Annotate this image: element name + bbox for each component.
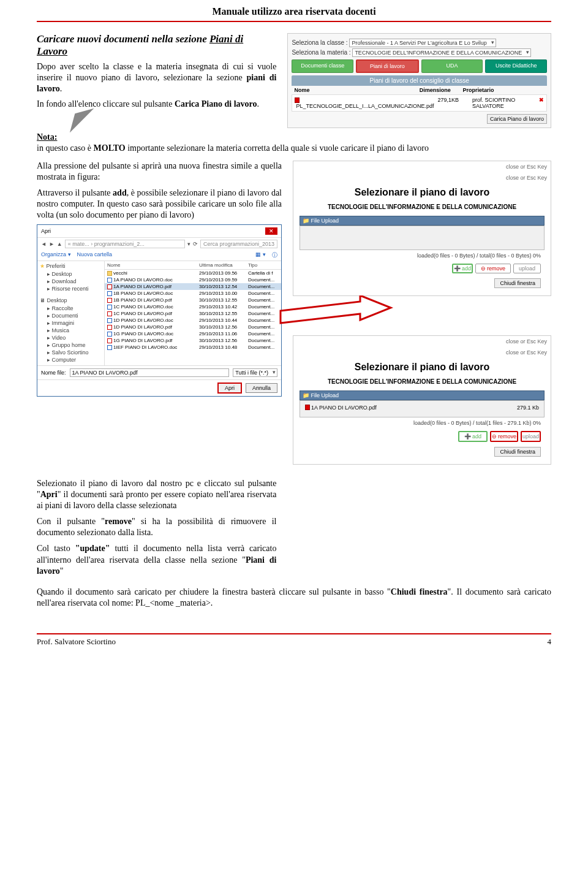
file-upload-bar: 📁 File Upload [300, 216, 545, 226]
table-title: Piani di lavoro del consiglio di classe [292, 75, 547, 86]
list-item[interactable]: 1D PIANO DI LAVORO.pdf30/10/2013 12.56Do… [105, 324, 281, 330]
list-item[interactable]: 1D PIANO DI LAVORO.doc29/10/2013 10.44Do… [105, 317, 281, 324]
file-upload-bar: 📁 File Upload [300, 390, 545, 400]
para-2a: In fondo all'elenco cliccare sul pulsant… [37, 99, 175, 108]
list-item[interactable]: 1G PIANO DI LAVORO.doc29/10/2013 11.06Do… [105, 330, 281, 337]
file-icon [107, 271, 112, 276]
add-button[interactable]: ➕ add [452, 264, 473, 273]
list-item[interactable]: vecchi29/10/2013 09.56Cartella di f [105, 270, 281, 276]
close-hint[interactable]: close or Esc Key [506, 164, 547, 170]
nota-c: importante selezionare la materia corret… [126, 143, 429, 153]
p8a: Quando il documento sarà caricato per ch… [37, 587, 391, 596]
view-icon[interactable]: ▦ ▾ [255, 251, 266, 259]
pdf-icon [295, 97, 300, 103]
add-label: add [472, 433, 481, 440]
organizza-menu[interactable]: Organizza ▾ [41, 251, 71, 259]
close-hint[interactable]: close or Esc Key [506, 338, 547, 345]
sidebar-item[interactable]: ▸ Immagini [40, 319, 102, 327]
filter-select[interactable]: Tutti i file (*.*) [233, 368, 277, 377]
para-2c: . [257, 99, 260, 108]
sidebar-item[interactable]: ▸ Computer [40, 356, 102, 364]
list-item[interactable]: 1C PIANO DI LAVORO.doc29/10/2013 10.42Do… [105, 303, 281, 310]
list-item[interactable]: 1A PIANO DI LAVORO.doc29/10/2013 09.59Do… [105, 276, 281, 283]
col-proprietario: Proprietario [461, 87, 546, 93]
nota-a: in questo caso è [37, 143, 94, 153]
sidebar-item[interactable]: ▸ Desktop [40, 270, 102, 278]
col-modifica[interactable]: Ultima modifica [199, 262, 248, 268]
carica-piano-button[interactable]: Carica Piano di lavoro [487, 114, 547, 124]
close-hint-2[interactable]: close or Esc Key [506, 175, 547, 181]
p5b: Apri [40, 490, 58, 499]
lbl-materia-text: Seleziona la materia : [292, 49, 350, 56]
tab-uda[interactable]: UDA [421, 59, 483, 73]
file-icon [107, 278, 112, 283]
delete-icon[interactable]: ✖ [538, 97, 545, 109]
sidebar-item[interactable]: ▸ Download [40, 278, 102, 285]
sidebar-item[interactable]: ▸ Documenti [40, 312, 102, 319]
remove-button[interactable]: ⊖ remove [475, 264, 511, 273]
dialog-title: Apri [41, 228, 265, 234]
list-item[interactable]: 1B PIANO DI LAVORO.doc29/10/2013 10.00Do… [105, 290, 281, 297]
remove-button[interactable]: ⊖ remove [490, 431, 518, 442]
tab-piani-di-lavoro[interactable]: Piani di lavoro [356, 59, 419, 73]
chiudi-finestra-button[interactable]: Chiudi finestra [494, 447, 541, 457]
select-classe[interactable]: Professionale - 1 A Servizi Per L'agrico… [349, 39, 496, 47]
para-1: Dopo aver scelto la classe e la materia … [37, 61, 276, 95]
para-2b: Carica Piano di lavoro [175, 99, 257, 108]
add-button[interactable]: ➕ add [458, 431, 488, 442]
search-input[interactable]: Cerca programmazioni_2013 [200, 240, 277, 248]
red-arrow-icon [293, 305, 551, 335]
filename-input[interactable] [70, 368, 230, 377]
nota: Nota: in questo caso è MOLTO importante … [37, 132, 551, 154]
para-8: Quando il documento sarà caricato per ch… [37, 587, 551, 609]
tab-documenti-classe[interactable]: Documenti classe [292, 59, 353, 73]
modal-title: Selezionare il piano di lavoro [293, 358, 551, 376]
lbl-classe-text: Seleziona la classe : [292, 39, 347, 46]
close-hint-2[interactable]: close or Esc Key [506, 349, 547, 356]
sidebar-item[interactable]: ▸ Risorse recenti [40, 285, 102, 292]
list-item[interactable]: 1C PIANO DI LAVORO.pdf30/10/2013 12.55Do… [105, 310, 281, 317]
refresh-icon[interactable]: ⟳ [193, 241, 198, 247]
tab-uscite-didattiche[interactable]: Uscite Didattiche [485, 59, 547, 73]
sidebar-item[interactable]: ▸ Salvo Sciortino [40, 349, 102, 356]
p4a: Attraverso il pulsante [37, 188, 113, 197]
upload-button[interactable]: upload [521, 431, 541, 442]
list-item[interactable]: 1B PIANO DI LAVORO.pdf30/10/2013 12.55Do… [105, 297, 281, 303]
para-1c: . [60, 84, 62, 93]
label-seleziona-materia: Seleziona la materia : TECNOLOGIE DELL'I… [292, 48, 547, 57]
side-desktop[interactable]: Desktop [47, 297, 67, 303]
upload-button[interactable]: upload [513, 264, 541, 273]
annulla-button[interactable]: Annulla [246, 383, 277, 393]
pdf-icon [305, 405, 310, 410]
status-line: loaded(0 files - 0 Bytes) / total(1 file… [300, 417, 545, 428]
close-icon[interactable]: ✕ [265, 227, 277, 235]
nav-back-icon[interactable]: ◄ [41, 241, 47, 247]
col-nome[interactable]: Nome [107, 262, 199, 268]
row-nome[interactable]: PL_TECNOLOGIE_DELL_I...LA_COMUNICAZIONE.… [295, 103, 435, 109]
side-preferiti[interactable]: Preferiti [47, 263, 66, 269]
para-5: Selezionato il piano di lavoro dal nostr… [37, 478, 276, 512]
nuova-cartella[interactable]: Nuova cartella [77, 251, 113, 259]
section-title-a: Caricare nuovi documenti nella sezione [37, 33, 209, 45]
apri-button[interactable]: Apri [217, 383, 242, 394]
sidebar-item[interactable]: ▸ Raccolte [40, 305, 102, 312]
list-item[interactable]: 1A PIANO DI LAVORO.pdf30/10/2013 12.54Do… [105, 283, 281, 290]
nav-up-icon[interactable]: ▲ [57, 241, 62, 247]
uploaded-file-size: 279.1 Kb [517, 405, 539, 411]
sidebar-item[interactable]: ▸ Musica [40, 327, 102, 334]
help-icon[interactable]: ⓘ [272, 251, 277, 259]
remove-label: remove [487, 265, 505, 272]
list-item[interactable]: 1IEF PIANO DI LAVORO.doc29/10/2013 10.48… [105, 344, 281, 351]
sidebar-item[interactable]: ▸ Video [40, 334, 102, 341]
sidebar-item[interactable]: ▸ Gruppo home [40, 341, 102, 349]
chiudi-finestra-button[interactable]: Chiudi finestra [494, 278, 541, 288]
modal-title: Selezionare il piano di lavoro [293, 183, 551, 202]
breadcrumb[interactable]: « mate... › programmazioni_2... [65, 240, 185, 248]
select-materia[interactable]: TECNOLOGIE DELL'INFORMAZIONE E DELLA COM… [352, 48, 531, 57]
list-item[interactable]: 1G PIANO DI LAVORO.pdf30/10/2013 12.56Do… [105, 337, 281, 344]
p8b: Chiudi finestra [391, 587, 448, 596]
col-tipo[interactable]: Tipo [248, 262, 279, 268]
nav-fwd-icon[interactable]: ► [49, 241, 55, 247]
upload-label: upload [519, 265, 535, 272]
table-row: PL_TECNOLOGIE_DELL_I...LA_COMUNICAZIONE.… [292, 94, 547, 112]
